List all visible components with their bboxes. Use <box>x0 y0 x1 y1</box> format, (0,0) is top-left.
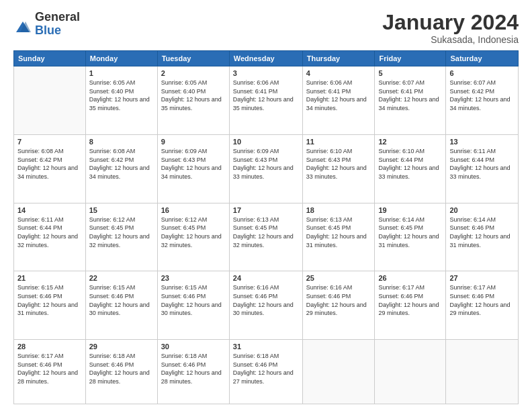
day-number: 24 <box>233 274 299 282</box>
page: General Blue January 2024 Sukasada, Indo… <box>0 0 532 411</box>
day-info: Sunrise: 6:07 AMSunset: 6:42 PMDaylight:… <box>449 79 515 112</box>
day-info: Sunrise: 6:18 AMSunset: 6:46 PMDaylight:… <box>161 352 226 385</box>
calendar-cell: 12Sunrise: 6:10 AMSunset: 6:44 PMDayligh… <box>375 134 446 203</box>
calendar-cell: 14Sunrise: 6:11 AMSunset: 6:44 PMDayligh… <box>14 203 86 271</box>
day-number: 6 <box>449 69 515 77</box>
calendar-cell: 29Sunrise: 6:18 AMSunset: 6:46 PMDayligh… <box>85 340 157 404</box>
day-number: 8 <box>89 138 154 146</box>
calendar-cell: 23Sunrise: 6:15 AMSunset: 6:46 PMDayligh… <box>157 271 229 340</box>
day-number: 1 <box>89 69 154 77</box>
calendar-cell: 31Sunrise: 6:18 AMSunset: 6:46 PMDayligh… <box>229 340 302 404</box>
day-number: 22 <box>89 274 154 282</box>
day-number: 23 <box>161 274 226 282</box>
weekday-header-sunday: Sunday <box>14 51 86 66</box>
weekday-header-wednesday: Wednesday <box>229 51 302 66</box>
calendar-cell <box>302 340 375 404</box>
day-number: 29 <box>89 342 154 351</box>
day-info: Sunrise: 6:15 AMSunset: 6:46 PMDaylight:… <box>161 283 226 317</box>
weekday-header-thursday: Thursday <box>302 51 375 66</box>
day-number: 31 <box>233 342 299 351</box>
day-number: 18 <box>306 206 371 214</box>
calendar-cell: 7Sunrise: 6:08 AMSunset: 6:42 PMDaylight… <box>14 134 86 203</box>
weekday-header-row: SundayMondayTuesdayWednesdayThursdayFrid… <box>14 51 519 66</box>
day-number: 13 <box>449 138 515 146</box>
day-number: 17 <box>233 206 299 214</box>
logo: General Blue <box>13 11 80 38</box>
day-number: 5 <box>378 69 442 77</box>
calendar-cell: 15Sunrise: 6:12 AMSunset: 6:45 PMDayligh… <box>85 203 157 271</box>
calendar-cell: 21Sunrise: 6:15 AMSunset: 6:46 PMDayligh… <box>14 271 86 340</box>
day-info: Sunrise: 6:07 AMSunset: 6:41 PMDaylight:… <box>378 79 442 112</box>
calendar-cell: 22Sunrise: 6:15 AMSunset: 6:46 PMDayligh… <box>85 271 157 340</box>
day-number: 10 <box>233 138 299 146</box>
logo-blue: Blue <box>35 24 80 38</box>
day-info: Sunrise: 6:10 AMSunset: 6:43 PMDaylight:… <box>306 147 371 181</box>
day-number: 25 <box>306 274 371 282</box>
day-number: 20 <box>449 206 515 214</box>
day-info: Sunrise: 6:15 AMSunset: 6:46 PMDaylight:… <box>89 283 154 317</box>
day-info: Sunrise: 6:13 AMSunset: 6:45 PMDaylight:… <box>306 216 371 249</box>
calendar-cell: 8Sunrise: 6:08 AMSunset: 6:42 PMDaylight… <box>85 134 157 203</box>
day-info: Sunrise: 6:12 AMSunset: 6:45 PMDaylight:… <box>161 216 226 249</box>
day-number: 21 <box>17 274 82 282</box>
weekday-header-tuesday: Tuesday <box>157 51 229 66</box>
day-info: Sunrise: 6:16 AMSunset: 6:46 PMDaylight:… <box>306 283 371 317</box>
day-info: Sunrise: 6:10 AMSunset: 6:44 PMDaylight:… <box>378 147 442 181</box>
day-info: Sunrise: 6:09 AMSunset: 6:43 PMDaylight:… <box>233 147 299 181</box>
calendar-cell: 27Sunrise: 6:17 AMSunset: 6:46 PMDayligh… <box>446 271 519 340</box>
calendar-cell <box>14 66 86 135</box>
day-number: 15 <box>89 206 154 214</box>
day-number: 30 <box>161 342 226 351</box>
day-number: 2 <box>161 69 226 77</box>
day-number: 28 <box>17 342 82 351</box>
week-row-4: 21Sunrise: 6:15 AMSunset: 6:46 PMDayligh… <box>14 271 519 340</box>
logo-text: General Blue <box>35 11 80 38</box>
day-info: Sunrise: 6:05 AMSunset: 6:40 PMDaylight:… <box>161 79 226 112</box>
day-number: 9 <box>161 138 226 146</box>
calendar-cell: 17Sunrise: 6:13 AMSunset: 6:45 PMDayligh… <box>229 203 302 271</box>
day-info: Sunrise: 6:17 AMSunset: 6:46 PMDaylight:… <box>449 283 515 317</box>
day-info: Sunrise: 6:08 AMSunset: 6:42 PMDaylight:… <box>89 147 154 181</box>
day-info: Sunrise: 6:05 AMSunset: 6:40 PMDaylight:… <box>89 79 154 112</box>
calendar-cell: 3Sunrise: 6:06 AMSunset: 6:41 PMDaylight… <box>229 66 302 135</box>
calendar-cell: 25Sunrise: 6:16 AMSunset: 6:46 PMDayligh… <box>302 271 375 340</box>
day-number: 26 <box>378 274 442 282</box>
day-number: 14 <box>17 206 82 214</box>
calendar-cell: 19Sunrise: 6:14 AMSunset: 6:45 PMDayligh… <box>375 203 446 271</box>
weekday-header-friday: Friday <box>375 51 446 66</box>
calendar-cell: 11Sunrise: 6:10 AMSunset: 6:43 PMDayligh… <box>302 134 375 203</box>
day-info: Sunrise: 6:16 AMSunset: 6:46 PMDaylight:… <box>233 283 299 317</box>
calendar-cell: 18Sunrise: 6:13 AMSunset: 6:45 PMDayligh… <box>302 203 375 271</box>
title-block: January 2024 Sukasada, Indonesia <box>382 11 519 45</box>
calendar-cell: 24Sunrise: 6:16 AMSunset: 6:46 PMDayligh… <box>229 271 302 340</box>
day-number: 19 <box>378 206 442 214</box>
calendar-cell: 28Sunrise: 6:17 AMSunset: 6:46 PMDayligh… <box>14 340 86 404</box>
day-number: 4 <box>306 69 371 77</box>
calendar-cell: 30Sunrise: 6:18 AMSunset: 6:46 PMDayligh… <box>157 340 229 404</box>
day-info: Sunrise: 6:15 AMSunset: 6:46 PMDaylight:… <box>17 283 82 317</box>
day-info: Sunrise: 6:08 AMSunset: 6:42 PMDaylight:… <box>17 147 82 181</box>
calendar-cell: 13Sunrise: 6:11 AMSunset: 6:44 PMDayligh… <box>446 134 519 203</box>
calendar-table: SundayMondayTuesdayWednesdayThursdayFrid… <box>13 50 519 404</box>
calendar-cell: 10Sunrise: 6:09 AMSunset: 6:43 PMDayligh… <box>229 134 302 203</box>
day-info: Sunrise: 6:06 AMSunset: 6:41 PMDaylight:… <box>306 79 371 112</box>
calendar-cell: 4Sunrise: 6:06 AMSunset: 6:41 PMDaylight… <box>302 66 375 135</box>
day-info: Sunrise: 6:09 AMSunset: 6:43 PMDaylight:… <box>161 147 226 181</box>
calendar-cell: 16Sunrise: 6:12 AMSunset: 6:45 PMDayligh… <box>157 203 229 271</box>
day-info: Sunrise: 6:17 AMSunset: 6:46 PMDaylight:… <box>17 352 82 385</box>
weekday-header-saturday: Saturday <box>446 51 519 66</box>
calendar-cell <box>446 340 519 404</box>
location-subtitle: Sukasada, Indonesia <box>382 34 519 45</box>
day-info: Sunrise: 6:12 AMSunset: 6:45 PMDaylight:… <box>89 216 154 249</box>
calendar-cell <box>375 340 446 404</box>
day-info: Sunrise: 6:11 AMSunset: 6:44 PMDaylight:… <box>449 147 515 181</box>
week-row-2: 7Sunrise: 6:08 AMSunset: 6:42 PMDaylight… <box>14 134 519 203</box>
day-info: Sunrise: 6:17 AMSunset: 6:46 PMDaylight:… <box>378 283 442 317</box>
calendar-cell: 1Sunrise: 6:05 AMSunset: 6:40 PMDaylight… <box>85 66 157 135</box>
week-row-3: 14Sunrise: 6:11 AMSunset: 6:44 PMDayligh… <box>14 203 519 271</box>
week-row-1: 1Sunrise: 6:05 AMSunset: 6:40 PMDaylight… <box>14 66 519 135</box>
day-info: Sunrise: 6:14 AMSunset: 6:46 PMDaylight:… <box>449 216 515 249</box>
calendar-cell: 26Sunrise: 6:17 AMSunset: 6:46 PMDayligh… <box>375 271 446 340</box>
calendar-cell: 2Sunrise: 6:05 AMSunset: 6:40 PMDaylight… <box>157 66 229 135</box>
weekday-header-monday: Monday <box>85 51 157 66</box>
